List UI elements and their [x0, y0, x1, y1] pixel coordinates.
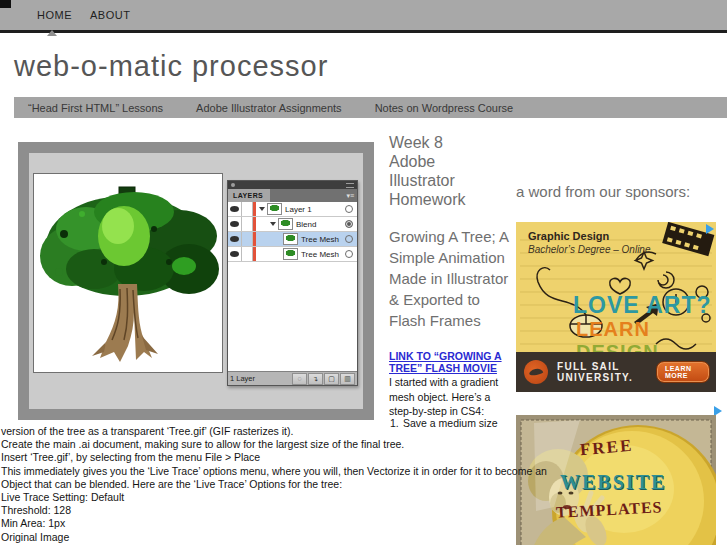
body-line: Live Trace Setting: Default [1, 491, 661, 504]
layer-name: Tree Mesh [301, 250, 339, 259]
make-release-clipping-mask-icon: ◌ [292, 373, 307, 385]
corner-block [0, 0, 11, 8]
visibility-eye-icon [230, 236, 239, 242]
sponsors-heading: a word from our sponsors: [516, 183, 690, 200]
layer-row: Tree Mesh [228, 247, 357, 262]
post-title: Week 8 Adobe Illustrator Homework [389, 133, 484, 209]
post-body-overflow-text: version of the tree as a transparent ‘Tr… [1, 425, 661, 544]
ad-headline: Graphic Design [528, 230, 609, 242]
gradient-mesh-tree-graphic [34, 174, 222, 372]
target-circle-icon [345, 235, 353, 243]
new-layer-icon: ▢ [324, 373, 339, 385]
body-line: version of the tree as a transparent ‘Tr… [1, 425, 661, 438]
layer-thumbnail [267, 203, 282, 215]
post-subtitle: Growing A Tree; A Simple Animation Made … [389, 226, 509, 331]
full-sail-logo-icon [524, 360, 548, 384]
panel-close-dot-icon [231, 183, 235, 187]
tab-home[interactable]: HOME [37, 9, 72, 21]
panel-menu-icon: ▾≡ [346, 189, 357, 202]
layers-list: Layer 1 Blend [228, 202, 357, 372]
layer-name: Layer 1 [285, 205, 312, 214]
flash-movie-link[interactable]: LINK TO “GROWING A TREE” FLASH MOVIE [389, 350, 516, 374]
ad-subheadline: Bachelor’s Degree – Online [528, 244, 650, 255]
ad-full-sail-university[interactable]: Graphic Design Bachelor’s Degree – Onlin… [516, 222, 716, 392]
ad-brand-bar: FULL SAIL UNIVERSITY. LEARN MORE [516, 352, 716, 392]
post-intro: I started with a gradient mesh object. H… [389, 375, 513, 419]
layer-name: Blend [296, 220, 316, 229]
body-line: Insert ‘Tree.gif’, by selecting from the… [1, 451, 661, 464]
page: HOME ABOUT web-o-matic processor “Head F… [0, 0, 727, 545]
body-line: Create the main .ai document, making sur… [1, 438, 661, 451]
disclosure-triangle-icon [259, 207, 265, 211]
visibility-eye-icon [230, 251, 239, 257]
visibility-eye-icon [230, 221, 239, 227]
panel-status-bar: 1 Layer ◌ ↴ ▢ ▥ [228, 371, 357, 385]
body-line: Min Area: 1px [1, 517, 661, 530]
layer-thumbnail [283, 248, 298, 260]
disclosure-triangle-icon [270, 222, 276, 226]
layer-row: Layer 1 [228, 202, 357, 217]
ad-love-art-text: LOVE ART? [573, 292, 711, 319]
layer-row-selected: Tree Mesh [228, 232, 357, 247]
target-circle-icon [345, 205, 353, 213]
body-line: Object that can be blended. Here are the… [1, 478, 661, 491]
body-line: This immediately gives you the ‘Live Tra… [1, 465, 661, 478]
layer-row: Blend [228, 217, 357, 232]
layer-thumbnail [278, 218, 293, 230]
panel-title-bar [228, 181, 357, 189]
create-sublayer-icon: ↴ [308, 373, 323, 385]
active-tab-arrow-icon [47, 30, 57, 36]
nav-item-head-first-html[interactable]: “Head First HTML” Lessons [28, 102, 163, 114]
layer-name: Tree Mesh [301, 235, 339, 244]
nav-item-illustrator-assignments[interactable]: Adobe Illustrator Assignments [196, 102, 342, 114]
body-line: Threshold: 128 [1, 504, 661, 517]
illustrator-artboard [33, 173, 223, 373]
panel-grip-icon [346, 183, 354, 188]
nav-item-wordpress-course[interactable]: Notes on Wordpress Course [375, 102, 514, 114]
layer-thumbnail [283, 233, 298, 245]
ad-brand-name: FULL SAIL UNIVERSITY. [557, 361, 656, 383]
tab-about[interactable]: ABOUT [90, 9, 130, 21]
target-circle-icon [345, 220, 353, 228]
target-circle-icon [345, 250, 353, 258]
post-image-illustrator-screenshot[interactable]: LAYERS ▾≡ Layer 1 [18, 142, 374, 420]
adchoices-icon[interactable] [706, 224, 714, 234]
learn-more-button[interactable]: LEARN MORE [656, 361, 710, 383]
category-nav: “Head First HTML” Lessons Adobe Illustra… [14, 97, 727, 118]
visibility-eye-icon [230, 206, 239, 212]
body-line: Original Image [1, 531, 661, 544]
layer-count: 1 Layer [230, 374, 255, 383]
trash-icon: ▥ [340, 373, 355, 385]
site-title: web-o-matic processor [14, 50, 328, 83]
layers-tab: LAYERS [228, 189, 270, 202]
panel-tab-strip: LAYERS ▾≡ [228, 189, 357, 202]
layers-panel: LAYERS ▾≡ Layer 1 [227, 180, 358, 386]
top-bar: HOME ABOUT [0, 0, 727, 33]
